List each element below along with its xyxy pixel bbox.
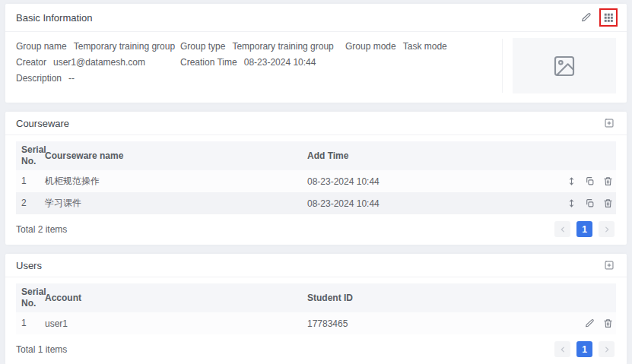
field-value: -- [68, 73, 75, 84]
field-creator: Creator user1@datamesh.com [16, 57, 180, 68]
basic-information-content: Group name Temporary training group Grou… [5, 32, 627, 103]
chevron-left-icon [559, 346, 567, 353]
vertical-divider [502, 39, 503, 93]
cell-courseware-name: 机柜规范操作 [45, 175, 307, 188]
delete-courseware-button[interactable] [603, 176, 613, 186]
table-row: 1 user1 17783465 [16, 312, 616, 334]
plus-square-icon [604, 118, 615, 128]
cell-account: user1 [45, 318, 307, 329]
courseware-header: Courseware [5, 112, 627, 135]
users-header: Users [5, 254, 627, 277]
plus-square-icon [604, 260, 615, 271]
field-group-mode: Group mode Task mode [345, 41, 502, 52]
column-header-student-id: Student ID [307, 293, 567, 303]
image-icon [552, 54, 576, 78]
edit-group-button[interactable] [580, 11, 593, 24]
field-description: Description -- [16, 73, 502, 84]
delete-courseware-button[interactable] [603, 198, 613, 208]
page-number-button[interactable]: 1 [576, 221, 592, 237]
basic-information-panel: Basic Information [5, 4, 627, 103]
copy-courseware-button[interactable] [585, 176, 595, 186]
move-row-button[interactable] [567, 198, 576, 208]
users-panel: Users Serial No. Account Student ID 1 us… [5, 254, 627, 364]
total-items-text: Total 1 items [16, 344, 67, 355]
field-label: Group type [180, 41, 225, 52]
cell-student-id: 17783465 [307, 318, 567, 329]
panel-title: Basic Information [16, 12, 92, 24]
basic-info-fields: Group name Temporary training group Grou… [16, 38, 502, 93]
table-row: 1 机柜规范操作 08-23-2024 10:44 [16, 170, 616, 192]
cell-add-time: 08-23-2024 10:44 [307, 176, 546, 187]
cell-serial: 1 [16, 176, 45, 187]
grid-view-icon [603, 12, 614, 23]
field-label: Group mode [345, 41, 396, 52]
copy-courseware-button[interactable] [585, 198, 595, 208]
courseware-table-header: Serial No. Courseware name Add Time [16, 141, 616, 170]
cell-courseware-name: 学习课件 [45, 197, 307, 210]
field-value: Task mode [403, 41, 447, 52]
courseware-footer: Total 2 items 1 [5, 214, 627, 245]
copy-icon [585, 198, 595, 208]
panel-title: Users [16, 260, 42, 271]
trash-icon [603, 176, 613, 186]
prev-page-button[interactable] [554, 341, 570, 357]
add-user-button[interactable] [602, 258, 616, 272]
delete-user-button[interactable] [603, 318, 613, 328]
chevron-left-icon [559, 226, 567, 233]
field-label: Group name [16, 41, 67, 52]
add-courseware-button[interactable] [602, 116, 616, 130]
field-group-name: Group name Temporary training group [16, 41, 180, 52]
move-row-button[interactable] [567, 176, 576, 186]
cell-serial: 1 [16, 318, 45, 329]
prev-page-button[interactable] [554, 221, 570, 237]
total-items-text: Total 2 items [16, 224, 67, 235]
basic-information-header: Basic Information [5, 4, 627, 32]
next-page-button[interactable] [599, 221, 615, 237]
column-header-account: Account [45, 293, 307, 303]
edit-user-button[interactable] [585, 318, 595, 328]
vertical-arrows-icon [567, 176, 576, 186]
field-value: Temporary training group [74, 41, 175, 52]
users-footer: Total 1 items 1 [5, 334, 627, 364]
cell-serial: 2 [16, 198, 45, 209]
field-value: 08-23-2024 10:44 [244, 57, 316, 68]
users-table: Serial No. Account Student ID 1 user1 17… [16, 283, 616, 334]
chevron-right-icon [603, 226, 611, 233]
column-header-add-time: Add Time [307, 150, 546, 161]
cell-add-time: 08-23-2024 10:44 [307, 198, 546, 209]
next-page-button[interactable] [599, 341, 615, 357]
field-creation-time: Creation Time 08-23-2024 10:44 [180, 57, 502, 68]
field-group-type: Group type Temporary training group [180, 41, 345, 52]
vertical-arrows-icon [567, 198, 576, 208]
pencil-icon [581, 12, 592, 23]
page: Basic Information [0, 0, 632, 364]
field-value: Temporary training group [232, 41, 333, 52]
grid-view-button[interactable] [602, 11, 615, 24]
users-table-header: Serial No. Account Student ID [16, 283, 616, 312]
copy-icon [585, 176, 595, 186]
field-label: Creation Time [180, 57, 237, 68]
trash-icon [603, 198, 613, 208]
chevron-right-icon [603, 346, 611, 353]
group-image-placeholder [513, 38, 616, 93]
panel-title: Courseware [16, 118, 69, 129]
courseware-pagination: 1 [554, 221, 615, 237]
field-label: Creator [16, 57, 46, 68]
table-row: 2 学习课件 08-23-2024 10:44 [16, 192, 616, 214]
column-header-courseware-name: Courseware name [45, 150, 307, 161]
field-value: user1@datamesh.com [53, 57, 145, 68]
pencil-icon [585, 318, 595, 328]
courseware-table: Serial No. Courseware name Add Time 1 机柜… [16, 141, 616, 214]
trash-icon [603, 318, 613, 328]
courseware-panel: Courseware Serial No. Courseware name Ad… [5, 112, 627, 245]
field-label: Description [16, 73, 62, 84]
users-pagination: 1 [554, 341, 615, 357]
column-header-serial: Serial No. [16, 286, 45, 309]
page-number-button[interactable]: 1 [576, 341, 592, 357]
column-header-serial: Serial No. [16, 144, 45, 167]
